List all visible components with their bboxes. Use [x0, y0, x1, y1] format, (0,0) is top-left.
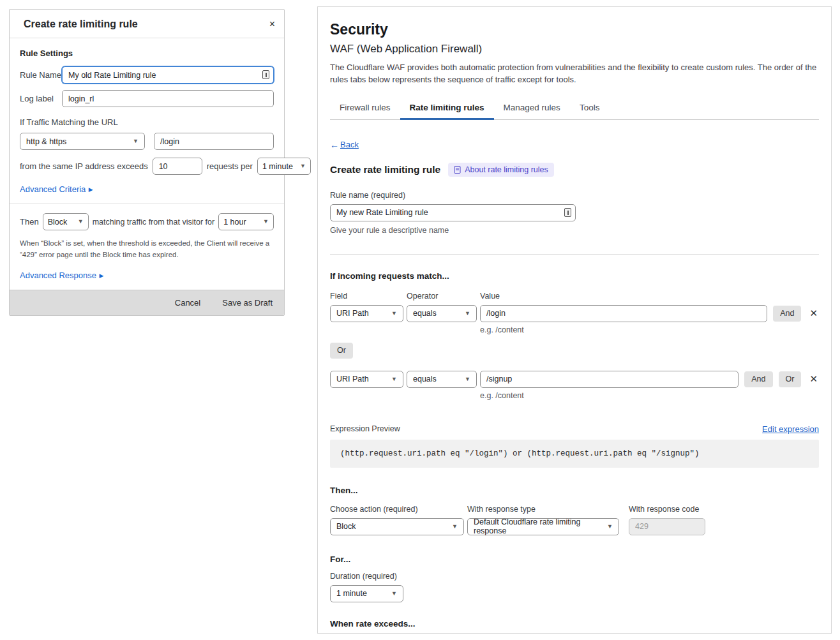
rate-heading: When rate exceeds...: [330, 619, 819, 629]
expression-preview-label: Expression Preview: [330, 424, 400, 433]
duration-select[interactable]: 1 minute ▼: [330, 585, 403, 602]
divider: [10, 204, 284, 204]
tab-tools[interactable]: Tools: [570, 99, 610, 120]
response-type-label: With response type: [467, 505, 619, 514]
remove-condition-icon[interactable]: ✕: [808, 308, 819, 319]
block-duration-select[interactable]: 1 hour ▼: [218, 213, 274, 230]
operator-select[interactable]: equals ▼: [407, 305, 477, 322]
log-label-row: Log label: [20, 90, 274, 107]
advanced-response-link[interactable]: Advanced Response ▶: [20, 269, 274, 281]
value-helper: e.g. /content: [480, 325, 819, 334]
rule-settings-heading: Rule Settings: [20, 48, 274, 58]
tab-rate-limiting-rules[interactable]: Rate limiting rules: [400, 99, 494, 120]
url-match-row: http & https ▼: [20, 133, 274, 150]
about-rate-limiting-badge[interactable]: About rate limiting rules: [448, 163, 554, 177]
match-heading: If incoming requests match...: [330, 271, 819, 281]
tab-firewall-rules[interactable]: Firewall rules: [330, 99, 400, 120]
log-label-label: Log label: [20, 94, 62, 103]
operator-label: Operator: [407, 292, 480, 301]
value-label: Value: [480, 292, 500, 301]
duration-label: Duration (required): [330, 572, 819, 581]
then-label: Then: [20, 217, 39, 227]
divider: [330, 254, 819, 255]
back-link[interactable]: ← Back: [330, 140, 359, 150]
advanced-criteria-link[interactable]: Advanced Criteria ▶: [20, 183, 274, 195]
field-select[interactable]: URI Path ▼: [330, 371, 403, 388]
then-mid-text: matching traffic from that visitor for: [93, 218, 215, 227]
triangle-right-icon: ▶: [89, 186, 93, 193]
expression-code: (http.request.uri.path eq "/login") or (…: [330, 440, 819, 468]
value-helper: e.g. /content: [480, 391, 819, 400]
security-waf-panel: Security WAF (Web Application Firewall) …: [317, 6, 832, 634]
screenshot-stage: Create rate limiting rule × Rule Setting…: [0, 0, 840, 640]
chevron-down-icon: ▼: [78, 219, 84, 225]
url-input[interactable]: [154, 133, 274, 150]
condition-column-labels: Field Operator Value: [330, 292, 819, 301]
response-type-select[interactable]: Default Cloudflare rate limiting respons…: [467, 518, 619, 535]
dialog-footer: Cancel Save as Draft: [10, 290, 284, 315]
log-label-input[interactable]: [62, 90, 274, 107]
triangle-right-icon: ▶: [99, 272, 103, 279]
and-button[interactable]: And: [744, 371, 772, 387]
then-heading: Then...: [330, 486, 819, 495]
block-note-text: When “Block” is set, when the threshold …: [20, 238, 274, 261]
chevron-down-icon: ▼: [391, 376, 397, 382]
requests-per-text: requests per: [207, 161, 253, 171]
condition-row: URI Path ▼ equals ▼ And ✕: [330, 305, 819, 322]
page-title: Security: [330, 21, 819, 38]
form-title-row: Create rate limiting rule About rate lim…: [330, 163, 819, 177]
field-select[interactable]: URI Path ▼: [330, 305, 403, 322]
operator-select[interactable]: equals ▼: [407, 371, 477, 388]
rule-name-row: Rule Name: [20, 66, 274, 84]
chevron-down-icon: ▼: [465, 311, 470, 316]
or-button[interactable]: Or: [779, 371, 802, 387]
rule-name-label: Rule name (required): [330, 191, 819, 200]
page-subtitle: WAF (Web Application Firewall): [330, 43, 819, 56]
page-description: The Cloudflare WAF provides both automat…: [330, 62, 819, 86]
cancel-button[interactable]: Cancel: [175, 298, 200, 308]
then-section: Then... Choose action (required) Block ▼…: [330, 486, 819, 535]
tab-managed-rules[interactable]: Managed rules: [494, 99, 570, 120]
for-section: For... Duration (required) 1 minute ▼: [330, 554, 819, 602]
rule-name-input[interactable]: [62, 66, 274, 84]
value-input[interactable]: [480, 305, 767, 322]
scheme-select[interactable]: http & https ▼: [20, 133, 145, 150]
dialog-body: Rule Settings Rule Name Log label If Tra…: [10, 38, 284, 311]
chevron-down-icon: ▼: [263, 219, 269, 225]
action-select[interactable]: Block ▼: [330, 518, 464, 535]
response-code-label: With response code: [629, 505, 705, 514]
edit-expression-link[interactable]: Edit expression: [762, 424, 819, 434]
autofill-extension-icon: [564, 208, 571, 217]
chevron-down-icon: ▼: [391, 311, 397, 316]
chevron-down-icon: ▼: [607, 524, 613, 530]
then-row: Then Block ▼ matching traffic from that …: [20, 213, 274, 230]
autofill-extension-icon: [262, 70, 269, 79]
action-select[interactable]: Block ▼: [43, 213, 89, 230]
arrow-left-icon: ←: [330, 140, 339, 150]
chevron-down-icon: ▼: [133, 138, 139, 144]
save-as-draft-button[interactable]: Save as Draft: [222, 298, 273, 308]
rate-section: When rate exceeds... Requests (required)…: [330, 619, 819, 634]
value-input[interactable]: [480, 371, 739, 388]
chevron-down-icon: ▼: [300, 163, 306, 169]
remove-condition-icon[interactable]: ✕: [808, 373, 819, 385]
threshold-input[interactable]: [153, 158, 202, 175]
waf-tabs: Firewall rules Rate limiting rules Manag…: [330, 99, 819, 120]
expression-preview-section: Expression Preview Edit expression (http…: [330, 424, 819, 468]
dialog-title: Create rate limiting rule: [20, 19, 138, 30]
chevron-down-icon: ▼: [452, 524, 458, 530]
choose-action-label: Choose action (required): [330, 505, 464, 514]
traffic-matching-heading: If Traffic Matching the URL: [20, 117, 274, 127]
and-button[interactable]: And: [773, 306, 801, 322]
period-select[interactable]: 1 minute ▼: [257, 158, 311, 175]
rule-name-label: Rule Name: [20, 70, 62, 80]
rule-name-input[interactable]: [330, 204, 576, 221]
create-rate-limiting-rule-dialog: Create rate limiting rule × Rule Setting…: [9, 9, 285, 316]
field-label: Field: [330, 292, 407, 301]
close-icon[interactable]: ×: [269, 19, 275, 30]
or-button[interactable]: Or: [330, 343, 353, 359]
response-code-input: [629, 518, 705, 535]
book-icon: [454, 166, 461, 174]
dialog-header: Create rate limiting rule ×: [10, 10, 284, 38]
chevron-down-icon: ▼: [391, 591, 397, 597]
